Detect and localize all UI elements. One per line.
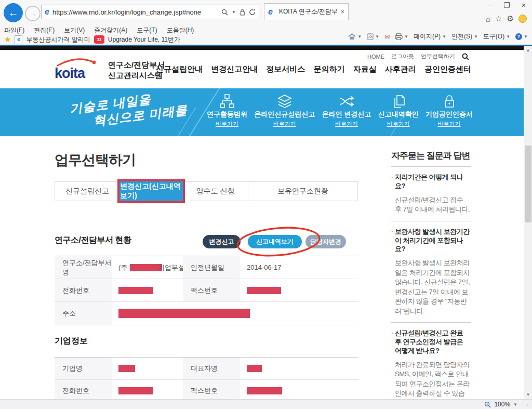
quick-link-online-change-report[interactable]: 온라인 변경신고 바로가기 [322,94,371,128]
browser-forward-button[interactable]: → [25,6,41,21]
scroll-down-arrow[interactable]: ▼ [524,391,532,399]
url-text[interactable]: https://www.rnd.or.kr/login/login_change… [52,8,221,16]
table-row: 전화번호 팩스번호 [55,279,358,302]
cell-label: 팩스번호 [183,380,240,402]
command-help-icon[interactable]: ?▼ [515,33,528,40]
refresh-icon[interactable] [249,9,256,16]
view-report-history-button[interactable]: 신고내역보기 [248,235,302,248]
cell-label: 주소 [55,302,112,325]
lock-icon [442,94,457,109]
cell-value [112,358,183,379]
tab-change-report-active[interactable]: 변경신고(신고내역보기) [119,181,183,201]
faq-question: ·신규설립/변경신고 완료 후 연구소인정서 발급은 어떻게 받나요? [391,329,471,355]
nav-item-new-establishment[interactable]: 신규설립안내 [156,64,203,74]
cell-value [240,279,358,301]
window-minimize-button[interactable]: – [488,1,492,9]
scrollbar-thumb[interactable] [525,146,531,222]
orgchart-icon [219,94,235,109]
cell-label: 기업명 [55,358,112,379]
command-home[interactable]: ▼ [348,33,362,40]
settings-gear-icon[interactable]: ⚙ [507,14,514,23]
utility-nav: HOME 로그아웃 업무선택하기 [367,52,469,60]
feedback-smiley-icon[interactable] [518,15,527,23]
tab-owned-labs-status[interactable]: 보유연구소현황 [248,181,358,201]
documents-icon [391,94,406,109]
menu-help[interactable]: 도움말(H) [167,26,194,35]
browser-back-button[interactable]: ← [4,3,23,22]
scroll-up-arrow[interactable]: ▲ [524,46,532,55]
favorite-item-1[interactable]: 부동산공시가격 알리미 [26,35,90,44]
tab-favicon: e [268,7,273,17]
sidebar: 자주묻는 질문과 답변 ·처리기간은 어떻게 되나요? 신규설립/변경신고 접수… [391,150,471,409]
cell-label: 전화번호 [55,279,112,301]
cell-value [112,302,358,325]
redaction-bar [118,287,153,294]
tab-new-establishment[interactable]: 신규설립신고 [55,181,120,201]
zoom-caret[interactable]: ▼ [513,402,517,407]
vertical-scrollbar[interactable]: ▲ ▼ [524,46,532,399]
quick-link-report-history[interactable]: 신고내역확인 바로가기 [378,94,419,128]
redaction-bar [118,365,135,372]
nav-item-archive[interactable]: 자료실 [353,64,377,74]
company-info-table: 기업명 대표자명 전화번호 팩스번호 [55,357,358,402]
faq-question: ·처리기간은 어떻게 되나요? [391,173,471,191]
command-mail-icon[interactable]: ✉ [384,33,390,41]
command-print-icon[interactable]: ▼ [395,33,408,40]
shuffle-icon [339,94,354,109]
menu-edit[interactable]: 편집(E) [34,26,55,35]
menu-view[interactable]: 보기(V) [64,26,85,35]
section-title-lab-status: 연구소/전담부서 현황 [55,235,131,246]
site-search-icon[interactable] [462,53,469,60]
nav-item-cert-center[interactable]: 공인인증센터 [424,64,471,74]
quick-link-corporate-certificate[interactable]: 기업공인인증서 바로가기 [425,94,473,128]
quick-link-research-scope[interactable]: 연구활동범위 바로가기 [207,94,247,128]
koita-logo[interactable]: koita [55,58,102,80]
window-restore-button[interactable]: ❐ [503,1,510,9]
search-dropdown-caret[interactable]: ▼ [232,10,236,15]
11st-badge-icon: 11 [94,35,104,44]
menu-file[interactable]: 파일(F) [4,26,24,35]
command-feeds-icon[interactable]: ▼ [367,33,379,40]
cell-label: 대표자명 [183,358,240,379]
window-close-button[interactable]: × [522,1,526,9]
menu-tools[interactable]: 도구(T) [137,26,157,35]
nav-item-inquiry[interactable]: 문의하기 [313,64,344,74]
cell-label: 전화번호 [55,380,112,402]
faq-question: ·보완사항 발생시 보완기간이 처리기간에 포함되나요? [391,228,471,254]
browser-tab[interactable]: e KOITA 연구소/전담부서 × [264,3,349,20]
nav-item-post-management[interactable]: 사후관리 [385,64,416,74]
zoom-icon [484,401,491,408]
table-row: 주소 [55,302,358,325]
table-row: 기업명 대표자명 [55,358,358,380]
command-tools[interactable]: 도구(O)▼ [483,32,510,41]
redaction-bar [247,287,281,294]
command-safety[interactable]: 안전(S)▼ [451,32,478,41]
favorite-item-2[interactable]: Upgrade Your Life, 11번가 [108,35,180,44]
nav-item-info-service[interactable]: 정보서비스 [266,64,305,74]
quick-link-online-new-report[interactable]: 온라인신규설립신고 바로가기 [254,94,315,128]
zoom-control[interactable]: 100% ▼ [484,401,517,408]
address-bar[interactable]: e https://www.rnd.or.kr/login/login_chan… [41,5,259,19]
main-nav: 신규설립안내 변경신고안내 정보서비스 문의하기 자료실 사후관리 공인인증센터 [156,64,471,74]
menu-bar: 파일(F) 편집(E) 보기(V) 즐겨찾기(A) 도구(T) 도움말(H) [4,26,194,35]
cell-label: 인정년월일 [183,256,240,279]
command-page[interactable]: 페이지(P)▼ [414,32,446,41]
tab-transfer-request[interactable]: 양수도 신청 [182,181,248,201]
menu-favorites[interactable]: 즐겨찾기(A) [94,26,127,35]
utility-select-task-link[interactable]: 업무선택하기 [421,52,455,60]
tab-close-icon[interactable]: × [340,8,344,16]
search-icon[interactable] [221,9,228,16]
add-favorite-star-icon[interactable]: ★ [4,35,11,44]
change-manager-button[interactable]: 담당자변경 [305,235,346,248]
nav-item-change-report[interactable]: 변경신고안내 [211,64,258,74]
favorites-star-icon[interactable]: ☆ [495,14,502,23]
site-header: HOME 로그아웃 업무선택하기 koita 연구소/전담부서 신고관리시스템 … [0,50,532,88]
utility-logout-link[interactable]: 로그아웃 [391,52,414,60]
home-icon[interactable]: ⌂ [486,15,490,23]
table-row: 연구소/전담부서명 (주 기업부설연구소 인정년월일 2014-06-17 [55,256,358,279]
cell-value [112,279,183,301]
change-report-button[interactable]: 변경신고 [203,235,241,248]
favorites-bar: ★ e 부동산공시가격 알리미 11 Upgrade Your Life, 11… [4,34,180,45]
resize-grip: ⋰ [525,402,530,407]
utility-home-link[interactable]: HOME [367,54,384,60]
